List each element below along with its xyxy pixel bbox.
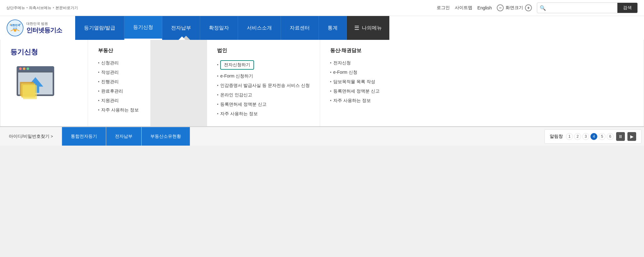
svg-point-10 [27, 67, 29, 70]
dropdown-gray-spacer [151, 40, 207, 126]
nav-item-registry-view[interactable]: 등기열람/발급 [75, 16, 124, 40]
corporation-item-1[interactable]: •e-Form 신청하기 [217, 72, 310, 81]
find-id-link[interactable]: 아이디/비밀번호찾기 > [0, 127, 62, 146]
page-dot-6[interactable]: 6 [607, 133, 614, 140]
nav-caret [182, 36, 190, 40]
accessibility-links: 상단주메뉴 ▪ 좌측서브메뉴 ▪ 본문바로가기 [6, 5, 78, 11]
movable-item-3[interactable]: •등록면허세 정액분 신고 [330, 87, 385, 96]
svg-rect-7 [17, 66, 54, 71]
svg-point-8 [19, 67, 22, 70]
movable-item-0[interactable]: •전자신청 [330, 58, 385, 68]
my-menu-label: 나의메뉴 [362, 25, 382, 31]
corporation-list: • 전자신청하기 •e-Form 신청하기 •인감증명서 발급사실 등 문자전송… [217, 58, 310, 119]
page-dot-4[interactable]: 4 [590, 133, 597, 140]
real-estate-ownership-link[interactable]: 부동산소유현황 [142, 127, 190, 146]
nav-item-my-menu[interactable]: ☰ 나의메뉴 [347, 16, 389, 40]
screen-size-label: 화면크기 [506, 5, 523, 11]
dropdown-wrapper: 등기신청 [0, 40, 644, 126]
logo-text: 대한민국 법원 인터넷등기소 [26, 21, 62, 35]
alert-label: 알림창 [550, 134, 563, 139]
search-icon: 🔍 [537, 5, 548, 11]
main-nav: 등기열람/발급 등기신청 전자납부 확정일자 서비스소개 자료센터 통계 ☰ 나… [75, 16, 644, 40]
real-estate-item-2[interactable]: •진행관리 [98, 77, 140, 87]
movable-heading: 동산·채권담보 [330, 47, 385, 54]
hamburger-icon: ☰ [354, 24, 359, 31]
next-button[interactable]: ▶ [627, 132, 636, 141]
find-id-label: 아이디/비밀번호찾기 [9, 134, 49, 139]
header-wrapper: 대한민국 법원 ✦ ✦ 대한민국 법원 인터넷등기소 등기열람/발급 등기신청 … [0, 16, 644, 127]
page-dot-2[interactable]: 2 [574, 133, 581, 140]
corporation-item-0[interactable]: • 전자신청하기 [217, 58, 310, 72]
dropdown-corporation: 법인 • 전자신청하기 •e-Form 신청하기 •인감증명서 발급사실 등 문… [207, 40, 320, 126]
real-estate-item-3[interactable]: •완료후관리 [98, 87, 140, 96]
real-estate-ownership-label: 부동산소유현황 [150, 134, 181, 139]
pause-button[interactable]: ⏸ [616, 132, 625, 141]
movable-item-4[interactable]: •자주 사용하는 정보 [330, 96, 385, 105]
dropdown-movable: 동산·채권담보 •전자신청 •e-Form 신청 •담보목적물 목록 작성 •등… [320, 40, 395, 126]
page-dot-1[interactable]: 1 [566, 133, 573, 140]
sitemap-link[interactable]: 사이트맵 [455, 5, 472, 11]
search-bar: 🔍 검색 [537, 3, 638, 13]
upload-illustration [10, 63, 60, 113]
page-dots: 1 2 3 4 5 6 ⏸ ▶ [566, 132, 636, 141]
nav-item-confirmation-date[interactable]: 확정일자 [200, 16, 238, 40]
screen-size-control: − 화면크기 + [497, 4, 532, 11]
dropdown-title: 등기신청 [10, 47, 80, 63]
page-dot-3[interactable]: 3 [582, 133, 589, 140]
search-button[interactable]: 검색 [617, 3, 637, 13]
skip-content[interactable]: 본문바로가기 [55, 5, 78, 11]
court-name: 대한민국 법원 [26, 21, 62, 26]
corporation-item-5[interactable]: •자주 사용하는 정보 [217, 109, 310, 119]
corporation-heading: 법인 [217, 47, 310, 54]
real-estate-item-1[interactable]: •작성관리 [98, 68, 140, 77]
utility-links: 로그인 사이트맵 English − 화면크기 + 🔍 검색 [437, 3, 638, 13]
bottom-bar: 아이디/비밀번호찾기 > 통합전자등기 전자납부 부동산소유현황 알림창 1 2… [0, 127, 644, 146]
skip-left-menu[interactable]: 좌측서브메뉴 [29, 5, 51, 11]
highlighted-corporation-item[interactable]: 전자신청하기 [220, 60, 254, 70]
english-link[interactable]: English [477, 5, 492, 10]
real-estate-item-4[interactable]: •지원관리 [98, 96, 140, 105]
screen-size-decrease[interactable]: − [497, 4, 504, 11]
top-bar: 상단주메뉴 ▪ 좌측서브메뉴 ▪ 본문바로가기 로그인 사이트맵 English… [0, 0, 644, 16]
corporation-item-4[interactable]: •등록면허세 정액분 신고 [217, 100, 310, 109]
skip-top-menu[interactable]: 상단주메뉴 [6, 5, 25, 11]
svg-point-3 [14, 29, 16, 32]
logo-area: 대한민국 법원 ✦ ✦ 대한민국 법원 인터넷등기소 [0, 16, 75, 40]
svg-text:✦: ✦ [9, 23, 12, 26]
integrated-registration-label: 통합전자등기 [71, 134, 97, 139]
real-estate-item-0[interactable]: •신청관리 [98, 58, 140, 68]
electronic-payment-link[interactable]: 전자납부 [106, 127, 142, 146]
integrated-registration-link[interactable]: 통합전자등기 [62, 127, 106, 146]
nav-item-statistics[interactable]: 통계 [319, 16, 347, 40]
dropdown-real-estate: 부동산 •신청관리 •작성관리 •진행관리 •완료후관리 •지원관리 •자주 사… [88, 40, 151, 126]
screen-size-increase[interactable]: + [525, 4, 532, 11]
dropdown-left-panel: 등기신청 [0, 40, 88, 126]
corporation-item-2[interactable]: •인감증명서 발급사실 등 문자전송 서비스 신청 [217, 81, 310, 90]
movable-item-1[interactable]: •e-Form 신청 [330, 68, 385, 77]
alert-box: 알림창 1 2 3 4 5 6 ⏸ ▶ [544, 129, 641, 144]
movable-list: •전자신청 •e-Form 신청 •담보목적물 목록 작성 •등록면허세 정액분… [330, 58, 385, 105]
real-estate-heading: 부동산 [98, 47, 140, 54]
find-id-arrow: > [51, 134, 53, 139]
nav-item-service-intro[interactable]: 서비스소개 [238, 16, 281, 40]
svg-rect-15 [23, 85, 37, 99]
login-link[interactable]: 로그인 [437, 5, 450, 11]
service-name: 인터넷등기소 [26, 26, 62, 35]
nav-item-resource-center[interactable]: 자료센터 [281, 16, 319, 40]
header: 대한민국 법원 ✦ ✦ 대한민국 법원 인터넷등기소 등기열람/발급 등기신청 … [0, 16, 644, 40]
electronic-payment-label: 전자납부 [115, 134, 132, 139]
corporation-item-3[interactable]: •온라인 인감신고 [217, 90, 310, 100]
svg-text:✦: ✦ [19, 23, 21, 25]
logo-icon: 대한민국 법원 ✦ ✦ [6, 19, 24, 37]
real-estate-list: •신청관리 •작성관리 •진행관리 •완료후관리 •지원관리 •자주 사용하는 … [98, 58, 140, 115]
real-estate-item-5[interactable]: •자주 사용하는 정보 [98, 105, 140, 115]
nav-item-registry-apply[interactable]: 등기신청 [124, 16, 162, 40]
movable-item-2[interactable]: •담보목적물 목록 작성 [330, 77, 385, 87]
search-input[interactable] [548, 3, 617, 12]
page-dot-5[interactable]: 5 [599, 133, 605, 140]
svg-point-9 [23, 67, 25, 70]
